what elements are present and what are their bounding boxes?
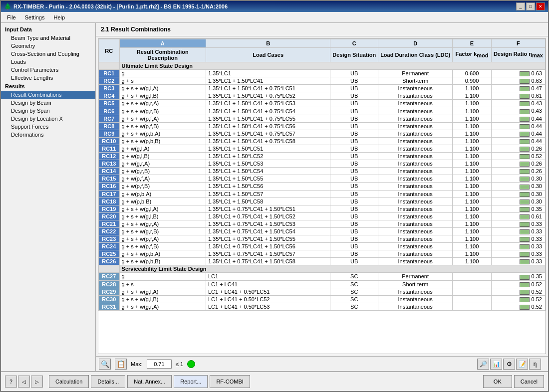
rc-cell: RC26 [99,258,120,265]
table-subheader-row: Result CombinationDescription Load Cases… [99,48,546,62]
rc-cell: RC5 [99,100,120,107]
table-header-row: RC A B C D E F [99,39,546,48]
table-row: RC7 g + s + w(p,f,A) 1.35*LC1 + 1.50*LC4… [99,115,546,122]
minimize-button[interactable]: _ [516,2,525,10]
title-bar-left: 🌲 RX-TIMBER - Purlin - 2.04.0003 (32bit)… [4,3,228,10]
details-button[interactable]: Details... [91,375,125,388]
sit-cell: UB [330,122,378,130]
kmod-cell: 1.100 [453,130,492,137]
cancel-button[interactable]: Cancel [514,375,544,388]
kmod-cell: 1.100 [453,258,492,265]
kmod-cell [453,280,492,288]
menu-file[interactable]: File [3,13,20,21]
results-table-container[interactable]: RC A B C D E F Result CombinationDescrip… [98,38,546,354]
kmod-cell: 1.100 [453,85,492,92]
sidebar-item-design-by-beam[interactable]: Design by Beam [1,99,95,107]
status-right-btn-4[interactable]: 📝 [516,359,528,370]
table-row: RC16 g + w(p,f,B) 1.35*LC1 + 1.50*LC56 U… [99,183,546,190]
bottom-icon-2[interactable]: ◁ [18,376,30,388]
rc-cell: RC11 [99,145,120,152]
kmod-cell: 1.100 [453,197,492,205]
lc-cell: 1.35*LC1 + 1.50*LC55 [206,175,330,183]
report-button[interactable]: Report... [174,375,208,388]
ldc-cell: Instantaneous [378,235,453,243]
rc-cell: RC3 [99,85,120,92]
lc-cell: 1.35*LC1 + 1.50*LC41 + 0.75*LC57 [206,130,330,137]
ldc-cell: Instantaneous [378,190,453,197]
desc-cell: g + s + w(g,r,A) [119,303,206,310]
right-status-buttons: 🔎 📊 ⚙ 📝 η [477,359,541,370]
sidebar-item-control-params[interactable]: Control Parameters [1,66,95,74]
menu-help[interactable]: Help [49,13,69,21]
subheader-b: Load Cases [206,48,330,62]
bottom-icon-1[interactable]: ? [5,376,17,388]
sit-cell: UB [330,153,378,160]
desc-cell: g + s + w(g,l,B) [119,212,206,220]
table-row: RC24 g + s + w(p,f,B) 1.35*LC1 + 0.75*LC… [99,243,546,250]
sidebar: Input Data Beam Type and Material Geomet… [1,23,96,371]
sidebar-item-design-by-span[interactable]: Design by Span [1,107,95,115]
ldc-cell: Instantaneous [378,183,453,190]
sidebar-item-design-by-location[interactable]: Design by Location X [1,115,95,123]
rf-combi-button[interactable]: RF-COMBI [210,375,250,388]
subheader-f: Design Ratio ηmax [491,48,545,62]
sidebar-item-deformations[interactable]: Deformations [1,131,95,139]
kmod-cell: 1.100 [453,205,492,212]
nat-annex-button[interactable]: Nat. Annex... [127,375,172,388]
ratio-cell: 0.35 [491,205,545,212]
status-btn-2[interactable]: 📋 [115,359,127,370]
ratio-cell: 0.44 [491,130,545,137]
table-row: RC13 g + w(g,r,A) 1.35*LC1 + 1.50*LC53 U… [99,160,546,168]
calculation-button[interactable]: Calculation [49,375,89,388]
table-row: RC29 g + s + w(g,l,A) LC1 + LC41 + 0.50*… [99,288,546,295]
sidebar-item-loads[interactable]: Loads [1,58,95,66]
max-label: Max: [131,361,143,367]
kmod-cell: 1.100 [453,160,492,168]
desc-cell: g + s + w(g,r,A) [119,220,206,227]
close-button[interactable]: ✕ [536,2,545,10]
ldc-cell: Instantaneous [378,205,453,212]
status-right-btn-1[interactable]: 🔎 [477,359,489,370]
status-right-btn-2[interactable]: 📊 [490,359,502,370]
desc-cell: g + s + w(g,r,A) [119,100,206,107]
status-btn-1[interactable]: 🔍 [99,359,111,370]
rc-cell: RC31 [99,303,120,310]
lc-cell: 1.35*LC1 + 0.75*LC41 + 1.50*LC51 [206,205,330,212]
sidebar-item-beam-type[interactable]: Beam Type and Material [1,34,95,42]
ratio-cell: 0.26 [491,160,545,168]
maximize-button[interactable]: □ [526,2,535,10]
status-right-icon-5: η [534,361,537,368]
title-buttons: _ □ ✕ [516,2,545,10]
ok-button[interactable]: OK [483,375,512,388]
status-right-btn-5[interactable]: η [529,359,541,370]
lc-cell: 1.35*LC1 + 0.75*LC41 + 1.50*LC58 [206,258,330,265]
ldc-cell: Instantaneous [378,227,453,235]
menu-settings[interactable]: Settings [21,13,49,21]
kmod-cell [453,303,492,310]
lc-cell: 1.35*LC1 [206,70,330,77]
table-row: RC27 g LC1 SC Permanent 0.35 [99,273,546,280]
sidebar-item-effective-lengths[interactable]: Effective Lengths [1,74,95,82]
rc-cell: RC29 [99,288,120,295]
sidebar-results-section: Results [1,82,95,91]
ldc-cell: Instantaneous [378,115,453,122]
table-row: RC18 g + w(p,b,B) 1.35*LC1 + 1.50*LC58 U… [99,197,546,205]
ratio-cell: 0.35 [491,273,545,280]
rc-cell: RC28 [99,280,120,288]
lc-cell: 1.35*LC1 + 0.75*LC41 + 1.50*LC56 [206,243,330,250]
sidebar-item-result-combinations[interactable]: Result Combinations [1,91,95,99]
sit-cell: SC [330,288,378,295]
ratio-cell: 0.33 [491,250,545,258]
sit-cell: UB [330,220,378,227]
max-value-input[interactable] [147,360,172,369]
uls-section-label: Ultimate Limit State Design [119,62,545,70]
sidebar-item-cross-section[interactable]: Cross-Section and Coupling [1,50,95,58]
status-right-btn-3[interactable]: ⚙ [503,359,515,370]
kmod-cell: 1.100 [453,153,492,160]
desc-cell: g + s + w(p,f,B) [119,243,206,250]
lc-cell: 1.35*LC1 + 1.50*LC41 + 0.75*LC56 [206,122,330,130]
bottom-icon-3[interactable]: ▷ [31,376,43,388]
sidebar-item-geometry[interactable]: Geometry [1,42,95,50]
sidebar-item-support-forces[interactable]: Support Forces [1,123,95,131]
ldc-cell: Instantaneous [378,153,453,160]
